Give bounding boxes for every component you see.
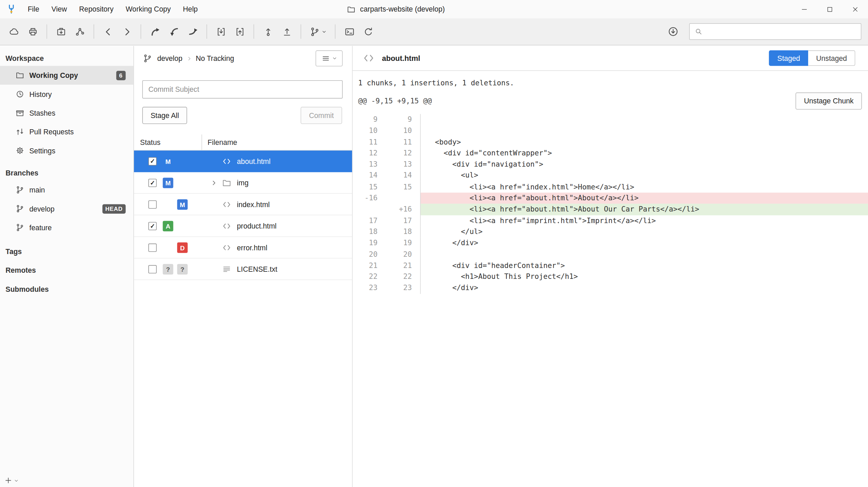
minimize-button[interactable] xyxy=(791,0,817,18)
folder-icon xyxy=(222,178,232,188)
new-line-number: 12 xyxy=(378,148,412,159)
commit-graph-button[interactable] xyxy=(71,22,88,41)
chevron-down-icon xyxy=(322,29,327,34)
diff-line: 1414 <ul> xyxy=(353,170,868,181)
file-row[interactable]: Mindex.html xyxy=(134,194,352,215)
gear-icon xyxy=(16,146,24,155)
push-button[interactable] xyxy=(184,22,201,41)
stash-button[interactable] xyxy=(213,22,229,41)
stage-checkbox[interactable] xyxy=(148,265,156,273)
submodules-section[interactable]: Submodules xyxy=(0,280,133,298)
code-text xyxy=(420,114,868,125)
stash-icon xyxy=(216,26,226,37)
hamburger-icon xyxy=(321,54,330,62)
status-badge-m: M xyxy=(163,156,173,167)
menu-file[interactable]: File xyxy=(21,0,45,18)
sidebar-item-stashes[interactable]: Stashes xyxy=(0,103,133,122)
old-line-number: 9 xyxy=(353,114,378,125)
diff-filename: about.html xyxy=(382,54,420,62)
diff-line: 2121 <div id="headerContainer"> xyxy=(353,260,868,271)
sidebar-item-develop[interactable]: developHEAD xyxy=(0,199,133,218)
sidebar-item-feature[interactable]: feature xyxy=(0,218,133,237)
diff-line: 2222 <h1>About This Project</h1> xyxy=(353,271,868,283)
file-row[interactable]: Aproduct.html xyxy=(134,215,352,237)
sidebar-item-working-copy[interactable]: Working Copy6 xyxy=(0,66,133,85)
sidebar-item-settings[interactable]: Settings xyxy=(0,141,133,160)
diff-line: 1818 </ul> xyxy=(353,226,868,238)
stage-checkbox[interactable] xyxy=(148,222,156,230)
code-text: <h1>About This Project</h1> xyxy=(420,271,868,283)
file-row[interactable]: ??LICENSE.txt xyxy=(134,258,352,280)
pop-stash-button[interactable] xyxy=(231,22,248,41)
menu-help[interactable]: Help xyxy=(177,0,204,18)
arrow-up-from-dot-button[interactable] xyxy=(260,22,276,41)
back-button[interactable] xyxy=(100,22,116,41)
file-row[interactable]: Mimg xyxy=(134,172,352,194)
add-repo-button[interactable] xyxy=(4,476,19,484)
file-list: Mabout.htmlMimgMindex.htmlAproduct.htmlD… xyxy=(134,151,352,280)
sidebar: Workspace Working Copy6HistoryStashesPul… xyxy=(0,46,134,487)
open-repo-button[interactable] xyxy=(53,22,69,41)
commit-options-button[interactable] xyxy=(316,50,343,66)
code-text: <li><a href="index.html">Home</a></li> xyxy=(420,181,868,192)
search-input[interactable] xyxy=(706,28,856,36)
menu-repository[interactable]: Repository xyxy=(73,0,120,18)
unstaged-tab[interactable]: Unstaged xyxy=(808,50,855,66)
new-line-number: 13 xyxy=(378,159,412,170)
old-line-number: 23 xyxy=(353,283,378,294)
expander-chevron-icon[interactable] xyxy=(210,179,217,186)
old-line-number: 11 xyxy=(353,136,378,148)
refresh-icon xyxy=(363,26,373,37)
staged-tab[interactable]: Staged xyxy=(769,50,808,66)
forward-button[interactable] xyxy=(118,22,135,41)
stage-checkbox[interactable] xyxy=(148,244,156,252)
sidebar-item-main[interactable]: main xyxy=(0,181,133,199)
stage-checkbox[interactable] xyxy=(148,157,156,165)
count-badge: 6 xyxy=(116,71,126,80)
close-button[interactable] xyxy=(842,0,868,18)
menu-working-copy[interactable]: Working Copy xyxy=(120,0,177,18)
tags-section[interactable]: Tags xyxy=(0,242,133,261)
refresh-button[interactable] xyxy=(360,22,377,41)
terminal-button[interactable] xyxy=(341,22,358,41)
maximize-button[interactable] xyxy=(817,0,842,18)
commit-button[interactable]: Commit xyxy=(301,107,342,124)
diff-line: 2020 xyxy=(353,249,868,260)
sidebar-item-label: Settings xyxy=(29,146,126,154)
old-line-number: 22 xyxy=(353,271,378,283)
git-flow-button[interactable] xyxy=(307,22,330,41)
stage-checkbox[interactable] xyxy=(148,179,156,187)
print-button[interactable] xyxy=(24,22,41,41)
remotes-section[interactable]: Remotes xyxy=(0,261,133,280)
sidebar-item-history[interactable]: History xyxy=(0,85,133,103)
search-box[interactable] xyxy=(689,23,861,40)
maximize-icon xyxy=(826,5,834,13)
toolbar xyxy=(0,18,868,46)
stage-checkbox[interactable] xyxy=(148,200,156,208)
file-row[interactable]: Derror.html xyxy=(134,237,352,258)
commit-panel: develop No Tracking Stage All Commit Sta… xyxy=(134,46,353,487)
terminal-icon xyxy=(344,26,355,37)
stage-all-button[interactable]: Stage All xyxy=(142,107,187,124)
commit-subject-input[interactable] xyxy=(142,80,343,99)
diff-line: 1515 <li><a href="index.html">Home</a></… xyxy=(353,181,868,192)
screen: FileViewRepositoryWorking CopyHelp carpa… xyxy=(0,0,868,487)
search-icon xyxy=(695,28,703,35)
old-line-number: 13 xyxy=(353,159,378,170)
unstage-chunk-button[interactable]: Unstage Chunk xyxy=(796,92,862,109)
pull-button[interactable] xyxy=(166,22,182,41)
commit-graph-icon xyxy=(74,26,85,37)
cloud-button[interactable] xyxy=(5,22,22,41)
fetch-button[interactable] xyxy=(147,22,163,41)
print-icon xyxy=(28,26,38,37)
sidebar-item-pull-requests[interactable]: Pull Requests xyxy=(0,122,133,141)
history-icon xyxy=(16,90,24,99)
diff-line: 2323 </div> xyxy=(353,283,868,294)
folder-icon xyxy=(16,71,24,80)
old-line-number: 14 xyxy=(353,170,378,181)
menu-view[interactable]: View xyxy=(45,0,73,18)
arrow-up-from-line-button[interactable] xyxy=(279,22,295,41)
toolbar-separator xyxy=(335,24,336,39)
download-button[interactable] xyxy=(665,22,682,41)
file-row[interactable]: Mabout.html xyxy=(134,151,352,172)
